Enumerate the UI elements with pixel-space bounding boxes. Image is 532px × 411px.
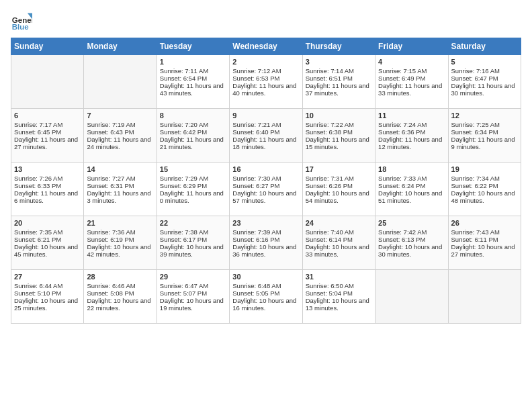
calendar-cell: 30Sunrise: 6:48 AMSunset: 5:05 PMDayligh… [230, 270, 302, 324]
calendar-cell: 23Sunrise: 7:39 AMSunset: 6:16 PMDayligh… [230, 216, 302, 270]
day-headers: SundayMondayTuesdayWednesdayThursdayFrid… [11, 38, 521, 55]
sunset-text: Sunset: 6:17 PM [160, 236, 226, 243]
day-number: 5 [451, 58, 518, 66]
calendar-cell: 21Sunrise: 7:36 AMSunset: 6:19 PMDayligh… [84, 216, 157, 270]
sunrise-text: Sunrise: 7:11 AM [160, 67, 226, 75]
calendar-cell: 11Sunrise: 7:24 AMSunset: 6:36 PMDayligh… [375, 109, 448, 163]
daylight-text: Daylight: 11 hours and 3 minutes. [87, 189, 153, 204]
day-number: 31 [306, 273, 372, 281]
daylight-text: Daylight: 11 hours and 27 minutes. [14, 136, 81, 150]
sunrise-text: Sunrise: 7:20 AM [160, 121, 226, 128]
sunrise-text: Sunrise: 7:15 AM [378, 67, 445, 75]
sunset-text: Sunset: 6:22 PM [451, 182, 518, 189]
day-number: 1 [160, 58, 226, 66]
sunrise-text: Sunrise: 7:42 AM [378, 228, 445, 236]
calendar-cell: 10Sunrise: 7:22 AMSunset: 6:38 PMDayligh… [302, 109, 375, 163]
daylight-text: Daylight: 10 hours and 48 minutes. [451, 189, 518, 204]
daylight-text: Daylight: 11 hours and 33 minutes. [378, 82, 445, 97]
daylight-text: Daylight: 10 hours and 42 minutes. [87, 243, 153, 258]
day-number: 4 [378, 58, 445, 66]
day-number: 15 [160, 165, 226, 173]
sunset-text: Sunset: 6:53 PM [232, 75, 299, 82]
calendar-cell: 20Sunrise: 7:35 AMSunset: 6:21 PMDayligh… [11, 216, 84, 270]
sunrise-text: Sunrise: 6:50 AM [306, 282, 372, 289]
day-number: 7 [87, 111, 153, 120]
daylight-text: Daylight: 11 hours and 40 minutes. [232, 82, 299, 97]
day-number: 27 [14, 273, 81, 281]
sunset-text: Sunset: 6:13 PM [378, 236, 445, 243]
day-header-sunday: Sunday [11, 38, 84, 55]
sunset-text: Sunset: 6:54 PM [160, 75, 226, 82]
day-header-tuesday: Tuesday [157, 38, 229, 55]
sunrise-text: Sunrise: 7:39 AM [232, 228, 299, 236]
sunset-text: Sunset: 6:31 PM [87, 182, 153, 189]
calendar-cell: 2Sunrise: 7:12 AMSunset: 6:53 PMDaylight… [230, 55, 302, 109]
calendar-cell: 6Sunrise: 7:17 AMSunset: 6:45 PMDaylight… [11, 109, 84, 163]
week-row-2: 6Sunrise: 7:17 AMSunset: 6:45 PMDaylight… [11, 109, 521, 163]
sunset-text: Sunset: 6:42 PM [160, 128, 226, 136]
week-row-1: 1Sunrise: 7:11 AMSunset: 6:54 PMDaylight… [11, 55, 521, 109]
sunrise-text: Sunrise: 6:48 AM [232, 282, 299, 289]
day-number: 6 [14, 111, 81, 120]
calendar-cell: 8Sunrise: 7:20 AMSunset: 6:42 PMDaylight… [157, 109, 229, 163]
sunset-text: Sunset: 6:33 PM [14, 182, 81, 189]
week-row-4: 20Sunrise: 7:35 AMSunset: 6:21 PMDayligh… [11, 216, 521, 270]
day-number: 3 [306, 58, 372, 66]
sunrise-text: Sunrise: 7:19 AM [87, 121, 153, 128]
calendar-cell: 16Sunrise: 7:30 AMSunset: 6:27 PMDayligh… [230, 163, 302, 216]
calendar-cell: 5Sunrise: 7:16 AMSunset: 6:47 PMDaylight… [448, 55, 521, 109]
sunrise-text: Sunrise: 7:35 AM [14, 228, 81, 236]
daylight-text: Daylight: 11 hours and 18 minutes. [232, 136, 299, 150]
sunset-text: Sunset: 5:04 PM [306, 289, 372, 297]
daylight-text: Daylight: 10 hours and 22 minutes. [87, 297, 153, 312]
sunset-text: Sunset: 6:51 PM [306, 75, 372, 82]
calendar-cell: 22Sunrise: 7:38 AMSunset: 6:17 PMDayligh… [157, 216, 229, 270]
sunset-text: Sunset: 5:08 PM [87, 289, 153, 297]
day-number: 24 [306, 219, 372, 227]
calendar-cell: 13Sunrise: 7:26 AMSunset: 6:33 PMDayligh… [11, 163, 84, 216]
sunset-text: Sunset: 6:29 PM [160, 182, 226, 189]
daylight-text: Daylight: 11 hours and 12 minutes. [378, 136, 445, 150]
sunset-text: Sunset: 6:26 PM [306, 182, 372, 189]
calendar-cell [375, 270, 448, 324]
sunrise-text: Sunrise: 7:34 AM [451, 175, 518, 182]
sunset-text: Sunset: 6:43 PM [87, 128, 153, 136]
sunset-text: Sunset: 5:05 PM [232, 289, 299, 297]
daylight-text: Daylight: 10 hours and 19 minutes. [160, 297, 226, 312]
logo-icon: General Blue [11, 11, 32, 32]
day-number: 28 [87, 273, 153, 281]
calendar-cell: 4Sunrise: 7:15 AMSunset: 6:49 PMDaylight… [375, 55, 448, 109]
sunrise-text: Sunrise: 7:33 AM [378, 175, 445, 182]
sunset-text: Sunset: 6:38 PM [306, 128, 372, 136]
day-number: 13 [14, 165, 81, 173]
day-number: 17 [306, 165, 372, 173]
sunrise-text: Sunrise: 7:24 AM [378, 121, 445, 128]
daylight-text: Daylight: 10 hours and 16 minutes. [232, 297, 299, 312]
day-number: 11 [378, 111, 445, 120]
daylight-text: Daylight: 10 hours and 57 minutes. [232, 189, 299, 204]
calendar-cell: 19Sunrise: 7:34 AMSunset: 6:22 PMDayligh… [448, 163, 521, 216]
sunset-text: Sunset: 6:14 PM [306, 236, 372, 243]
day-number: 14 [87, 165, 153, 173]
calendar-cell: 12Sunrise: 7:25 AMSunset: 6:34 PMDayligh… [448, 109, 521, 163]
daylight-text: Daylight: 10 hours and 45 minutes. [14, 243, 81, 258]
daylight-text: Daylight: 10 hours and 30 minutes. [378, 243, 445, 258]
calendar-cell: 26Sunrise: 7:43 AMSunset: 6:11 PMDayligh… [448, 216, 521, 270]
sunrise-text: Sunrise: 7:12 AM [232, 67, 299, 75]
daylight-text: Daylight: 11 hours and 9 minutes. [451, 136, 518, 150]
calendar-cell: 18Sunrise: 7:33 AMSunset: 6:24 PMDayligh… [375, 163, 448, 216]
sunset-text: Sunset: 6:24 PM [378, 182, 445, 189]
daylight-text: Daylight: 11 hours and 24 minutes. [87, 136, 153, 150]
daylight-text: Daylight: 10 hours and 33 minutes. [306, 243, 372, 258]
day-number: 10 [306, 111, 372, 120]
calendar-cell: 9Sunrise: 7:21 AMSunset: 6:40 PMDaylight… [230, 109, 302, 163]
day-number: 12 [451, 111, 518, 120]
sunrise-text: Sunrise: 7:14 AM [306, 67, 372, 75]
week-row-5: 27Sunrise: 6:44 AMSunset: 5:10 PMDayligh… [11, 270, 521, 324]
calendar-cell: 24Sunrise: 7:40 AMSunset: 6:14 PMDayligh… [302, 216, 375, 270]
sunrise-text: Sunrise: 7:38 AM [160, 228, 226, 236]
day-number: 9 [232, 111, 299, 120]
day-number: 19 [451, 165, 518, 173]
sunset-text: Sunset: 5:10 PM [14, 289, 81, 297]
sunrise-text: Sunrise: 7:36 AM [87, 228, 153, 236]
